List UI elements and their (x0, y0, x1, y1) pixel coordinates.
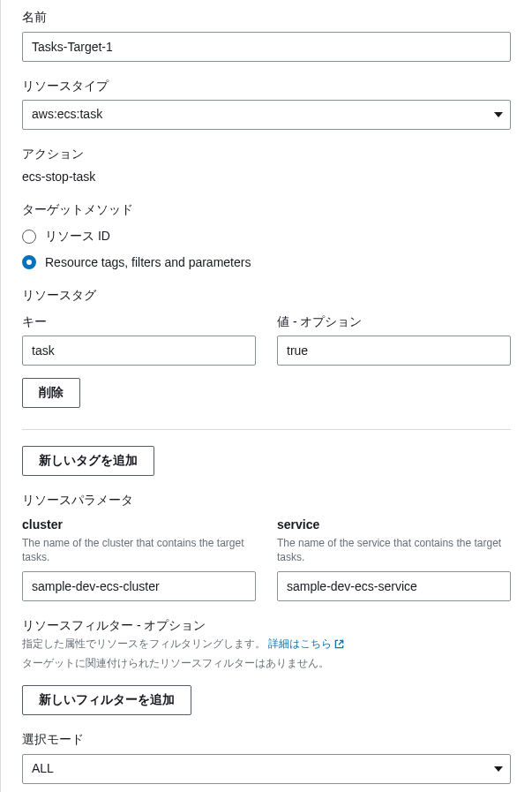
selection-mode-field: 選択モード ALL (22, 731, 511, 784)
resource-tag-row: キー 値 - オプション (22, 313, 511, 366)
param-service-input[interactable] (277, 571, 511, 601)
target-method-radio-tags-filters-params[interactable]: Resource tags, filters and parameters (22, 254, 511, 272)
external-link-icon (334, 639, 344, 649)
selection-mode-value: ALL (32, 760, 54, 778)
name-input[interactable] (22, 32, 511, 62)
resource-filters-label: リソースフィルター - オプション (22, 617, 511, 635)
resource-filters-help-line: 指定した属性でリソースをフィルタリングします。 詳細はこちら (22, 637, 511, 652)
action-value: ecs-stop-task (22, 169, 511, 186)
resource-filters-field: リソースフィルター - オプション 指定した属性でリソースをフィルタリングします… (22, 617, 511, 715)
name-field: 名前 (22, 9, 511, 62)
chevron-down-icon (494, 112, 503, 117)
resource-filters-learn-more-link[interactable]: 詳細はこちら (268, 637, 344, 650)
resource-tag-key-col: キー (22, 313, 256, 366)
resource-filters-help: 指定した属性でリソースをフィルタリングします。 (22, 637, 266, 650)
param-cluster-help: The name of the cluster that contains th… (22, 536, 256, 564)
chevron-down-icon (494, 766, 503, 772)
param-service-label: service (277, 517, 511, 534)
resource-tag-key-label: キー (22, 313, 256, 331)
name-label: 名前 (22, 9, 511, 26)
param-cluster-input[interactable] (22, 571, 256, 601)
resource-type-field: リソースタイプ aws:ecs:task (22, 78, 511, 131)
add-tag-button[interactable]: 新しいタグを追加 (22, 446, 154, 476)
resource-filters-learn-more-text: 詳細はこちら (268, 637, 332, 650)
radio-icon (22, 230, 36, 244)
action-label: アクション (22, 146, 511, 163)
param-service-help: The name of the service that contains th… (277, 536, 511, 564)
target-method-radio-resource-id[interactable]: リソース ID (22, 228, 511, 245)
resource-tag-value-label: 値 - オプション (277, 313, 511, 331)
resource-params-row: cluster The name of the cluster that con… (22, 517, 511, 601)
resource-type-value: aws:ecs:task (32, 106, 102, 124)
resource-tag-value-input[interactable] (277, 336, 511, 366)
target-method-option-0-label: リソース ID (45, 228, 110, 245)
action-field: アクション ecs-stop-task (22, 146, 511, 185)
param-service-col: service The name of the service that con… (277, 517, 511, 601)
delete-tag-button[interactable]: 削除 (22, 378, 80, 408)
resource-tag-key-input[interactable] (22, 336, 256, 366)
resource-type-label: リソースタイプ (22, 78, 511, 95)
selection-mode-select[interactable]: ALL (22, 754, 511, 784)
target-method-label: ターゲットメソッド (22, 201, 511, 219)
divider (22, 429, 511, 430)
resource-type-select[interactable]: aws:ecs:task (22, 100, 511, 130)
add-filter-button[interactable]: 新しいフィルターを追加 (22, 685, 191, 715)
target-method-option-1-label: Resource tags, filters and parameters (45, 254, 251, 272)
param-cluster-label: cluster (22, 517, 256, 534)
param-cluster-col: cluster The name of the cluster that con… (22, 517, 256, 601)
resource-params-label: リソースパラメータ (22, 492, 511, 509)
resource-tags-field: リソースタグ キー 値 - オプション 削除 (22, 287, 511, 408)
resource-filters-empty: ターゲットに関連付けられたリソースフィルターはありません。 (22, 656, 511, 671)
resource-tags-label: リソースタグ (22, 287, 511, 305)
selection-mode-label: 選択モード (22, 731, 511, 749)
resource-tag-value-col: 値 - オプション (277, 313, 511, 366)
target-method-field: ターゲットメソッド リソース ID Resource tags, filters… (22, 201, 511, 271)
radio-icon-selected (22, 255, 36, 269)
target-method-radio-group: リソース ID Resource tags, filters and param… (22, 228, 511, 271)
